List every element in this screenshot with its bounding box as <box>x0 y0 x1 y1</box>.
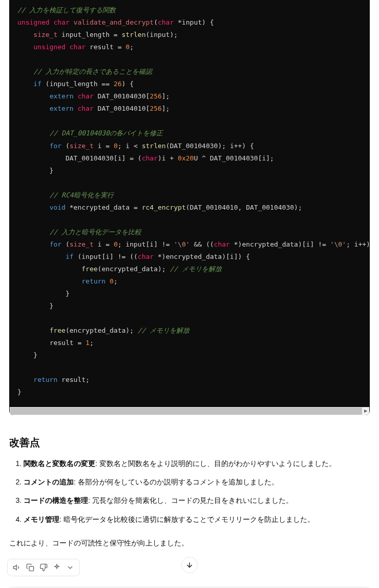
arrow-down-icon <box>185 561 194 569</box>
scrollbar-thumb[interactable] <box>10 408 362 415</box>
response-text: 改善点 関数名と変数名の変更: 変数名と関数名をより説明的にし、目的がわかりやす… <box>0 423 379 559</box>
list-item: 関数名と変数名の変更: 変数名と関数名をより説明的にし、目的がわかりやすいように… <box>24 458 370 469</box>
list-item: メモリ管理: 暗号化データを比較後に適切に解放することでメモリリークを防止しまし… <box>24 514 370 525</box>
list-item: コードの構造を整理: 冗長な部分を簡素化し、コードの見た目をきれいにしました。 <box>24 495 370 506</box>
scrollbar-arrow-right-icon[interactable]: ▶ <box>362 407 369 415</box>
dislike-button[interactable] <box>37 561 50 574</box>
copy-icon <box>26 563 34 572</box>
copy-button[interactable] <box>24 561 36 574</box>
horizontal-scrollbar[interactable]: ▶ <box>10 407 369 415</box>
regenerate-button[interactable] <box>51 561 63 574</box>
chevron-down-icon <box>66 563 74 572</box>
svg-rect-0 <box>29 566 34 571</box>
list-item: コメントの追加: 各部分が何をしているのか説明するコメントを追加しました。 <box>24 476 370 488</box>
code-block: // 入力を検証して復号する関数 unsigned char validate_… <box>9 0 370 415</box>
section-heading: 改善点 <box>9 436 370 450</box>
action-button-group <box>7 559 80 576</box>
code-pre: // 入力を検証して復号する関数 unsigned char validate_… <box>17 4 362 399</box>
closing-text: これにより、コードの可読性と保守性が向上しました。 <box>9 537 370 549</box>
read-aloud-button[interactable] <box>11 561 23 574</box>
improvements-list: 関数名と変数名の変更: 変数名と関数名をより説明的にし、目的がわかりやすいように… <box>9 458 370 525</box>
action-row <box>0 559 379 586</box>
sparkle-icon <box>53 563 61 572</box>
more-button[interactable] <box>64 561 76 574</box>
code-content: // 入力を検証して復号する関数 unsigned char validate_… <box>9 0 370 407</box>
thumbs-down-icon <box>39 563 48 572</box>
scroll-down-button[interactable] <box>181 557 198 573</box>
speaker-icon <box>13 563 21 572</box>
